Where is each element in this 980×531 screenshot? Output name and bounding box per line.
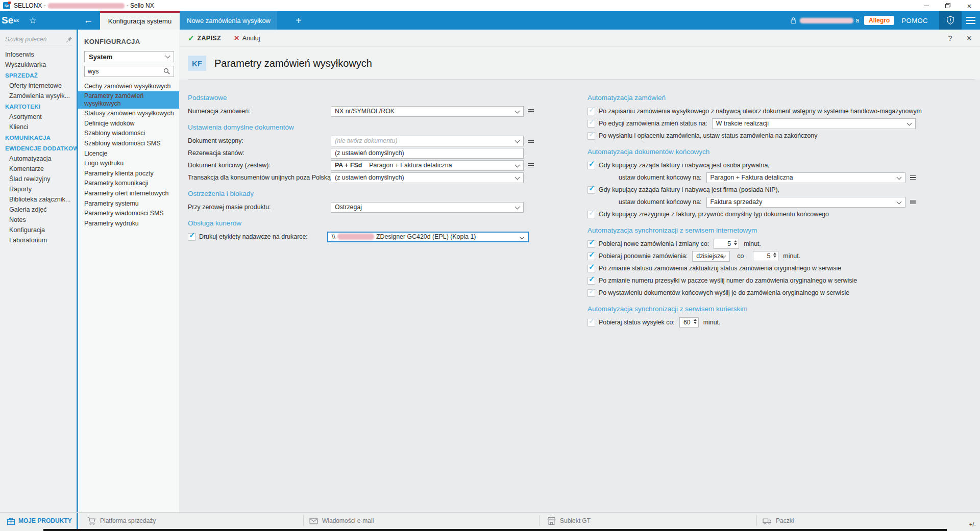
sidebar-header-kartoteki[interactable]: KARTOTEKI xyxy=(0,101,77,112)
change-status-on-edit-checkbox[interactable]: ✓ xyxy=(587,120,595,128)
order-numbering-dropdown[interactable]: NX nr/SYMBOL/ROK xyxy=(331,106,524,117)
sidebar-header-ewidencje-dodatkowe[interactable]: EWIDENCJE DODATKOW xyxy=(0,143,77,154)
field-menu-icon[interactable] xyxy=(528,109,534,114)
sidebar-item-konfiguracja[interactable]: Konfiguracja xyxy=(0,225,77,235)
field-menu-icon[interactable] xyxy=(528,163,534,168)
final-document-dropdown[interactable]: PA + FSd Paragon + Faktura detaliczna xyxy=(331,160,524,171)
config-item[interactable]: Szablony wiadomości SMS xyxy=(78,139,179,149)
restore-default-doc-checkbox[interactable]: ✓ xyxy=(587,211,595,218)
tab-konfiguracja-systemu[interactable]: Konfiguracja systemu xyxy=(100,11,180,30)
sidebar-header-sprzedaz[interactable]: SPRZEDAŻ xyxy=(0,70,77,81)
help-menu[interactable]: POMOC xyxy=(901,17,928,24)
shipment-status-interval-spinner[interactable]: 60 xyxy=(679,317,699,327)
config-item[interactable]: Szablony wiadomości xyxy=(78,129,179,139)
zero-mass-dropdown[interactable]: Ostrzegaj xyxy=(331,202,524,213)
fetch-interval-spinner[interactable]: 5 xyxy=(714,239,739,249)
restore-button[interactable] xyxy=(937,0,959,11)
field-menu-icon[interactable] xyxy=(528,139,534,143)
initial-document-dropdown[interactable]: (nie twórz dokumentu) xyxy=(331,136,524,146)
config-search-input[interactable]: wys xyxy=(84,66,174,77)
spinner-up-icon[interactable] xyxy=(694,319,697,321)
stock-reservation-dropdown[interactable]: (z ustawień domyślnych) xyxy=(331,148,524,159)
sidebar-item-komentarze[interactable]: Komentarze xyxy=(0,164,77,174)
sidebar-item-galeria-zdjec[interactable]: Galeria zdjęć xyxy=(0,205,77,215)
spinner-down-icon[interactable] xyxy=(694,322,697,324)
spinner-up-icon[interactable] xyxy=(734,240,737,242)
check-icon: ✓ xyxy=(189,231,195,240)
config-item[interactable]: Licencje xyxy=(78,148,179,159)
tab-nowe-zamowienia[interactable]: Nowe zamówienia wysyłkow xyxy=(180,11,277,30)
page-help-button[interactable]: ? xyxy=(948,34,952,42)
invoice-private-person-checkbox[interactable]: ✓ xyxy=(587,162,595,169)
company-final-doc-dropdown[interactable]: Faktura sprzedaży xyxy=(706,197,905,208)
printer-dropdown[interactable]: \\ ZDesigner GC420d (EPL) (Kopia 1) xyxy=(327,232,529,242)
config-item[interactable]: Parametry systemu xyxy=(78,198,179,209)
sello-logo[interactable]: SeNX xyxy=(0,11,20,30)
spinner-down-icon[interactable] xyxy=(773,256,776,258)
spinner-up-icon[interactable] xyxy=(773,252,776,255)
config-item[interactable]: Logo wydruku xyxy=(78,159,179,169)
update-status-checkbox[interactable]: ✓ xyxy=(587,265,595,272)
star-icon: ☆ xyxy=(29,15,36,26)
statusbar-paczki[interactable]: Paczki xyxy=(763,513,794,529)
config-item[interactable]: Statusy zamówień wysyłkowych xyxy=(78,109,179,119)
send-final-docs-checkbox[interactable]: ✓ xyxy=(587,289,595,297)
page-close-button[interactable]: × xyxy=(966,34,972,43)
sidebar-header-komunikacja[interactable]: KOMUNIKACJA xyxy=(0,132,77,143)
favorites-button[interactable]: ☆ xyxy=(21,11,44,30)
edit-status-dropdown[interactable]: W trakcie realizacji xyxy=(712,118,916,129)
my-products-button[interactable]: MOJE PRODUKTY xyxy=(0,513,78,529)
spinner-down-icon[interactable] xyxy=(734,243,737,245)
pin-icon[interactable] xyxy=(66,36,72,43)
print-labels-checkbox[interactable]: ✓ xyxy=(188,233,195,241)
command-search-input[interactable]: Szukaj poleceń xyxy=(5,36,72,45)
config-item[interactable]: Parametry wiadomości SMS xyxy=(78,209,179,219)
config-item-selected[interactable]: Parametry zamówień wysyłkowych xyxy=(78,91,179,109)
send-tracking-number-checkbox[interactable]: ✓ xyxy=(587,277,595,285)
back-button[interactable]: ← xyxy=(77,11,100,30)
sidebar-item-notes[interactable]: Notes xyxy=(0,215,77,225)
set-finished-status-checkbox[interactable]: ✓ xyxy=(587,132,595,140)
refetch-orders-checkbox[interactable]: ✓ xyxy=(587,252,595,260)
refetch-scope-dropdown[interactable]: dzisiejsze xyxy=(692,251,730,262)
cancel-button[interactable]: Anuluj xyxy=(242,35,260,42)
fetch-new-orders-checkbox[interactable]: ✓ xyxy=(587,240,595,248)
sidebar-item-wyszukiwarka[interactable]: Wyszukiwarka xyxy=(0,60,77,70)
sidebar-item-automatyzacja[interactable]: Automatyzacja xyxy=(0,154,77,164)
field-menu-icon[interactable] xyxy=(910,175,916,180)
field-menu-icon[interactable] xyxy=(910,200,916,205)
main-menu-button[interactable] xyxy=(962,11,980,30)
minimize-button[interactable] xyxy=(916,0,937,11)
sidebar-item-biblioteka-zalacznikow[interactable]: Biblioteka załącznik... xyxy=(0,194,77,205)
category-dropdown[interactable]: System xyxy=(84,51,174,62)
sidebar-item-laboratorium[interactable]: Laboratorium xyxy=(0,235,77,245)
refetch-interval-spinner[interactable]: 5 xyxy=(753,251,778,261)
fetch-shipment-status-checkbox[interactable]: ✓ xyxy=(587,319,595,326)
sidebar-item-oferty-internetowe[interactable]: Oferty internetowe xyxy=(0,81,77,91)
config-item[interactable]: Parametry klienta poczty xyxy=(78,168,179,179)
config-item[interactable]: Parametry komunikacji xyxy=(78,179,179,189)
auto-create-initial-doc-checkbox[interactable]: ✓ xyxy=(587,108,595,115)
sidebar-item-zamowienia-wysylkowe[interactable]: Zamówienia wysyłk... xyxy=(0,91,77,101)
eu-transaction-dropdown[interactable]: (z ustawień domyślnych) xyxy=(331,172,524,183)
config-item[interactable]: Cechy zamówień wysyłkowych xyxy=(78,81,179,91)
config-item[interactable]: Parametry wydruku xyxy=(78,218,179,229)
invoice-company-checkbox[interactable]: ✓ xyxy=(587,186,595,194)
config-item[interactable]: Definicje widoków xyxy=(78,118,179,129)
private-final-doc-dropdown[interactable]: Paragon + Faktura detaliczna xyxy=(706,172,905,183)
zoom-corner-control[interactable]: +/- xyxy=(969,521,976,527)
new-tab-button[interactable]: + xyxy=(288,11,309,30)
save-button[interactable]: ZAPISZ xyxy=(198,35,221,42)
sidebar-item-slad-rewizyjny[interactable]: Ślad rewizyjny xyxy=(0,174,77,184)
close-window-button[interactable]: × xyxy=(959,0,980,11)
allegro-badge[interactable]: Allegro xyxy=(864,16,894,25)
security-button[interactable] xyxy=(939,11,962,30)
sidebar-item-klienci[interactable]: Klienci xyxy=(0,122,77,132)
config-item[interactable]: Parametry ofert internetowych xyxy=(78,189,179,199)
sidebar-item-asortyment[interactable]: Asortyment xyxy=(0,112,77,122)
statusbar-subiekt-gt[interactable]: Subiekt GT xyxy=(547,513,591,529)
sidebar-item-raporty[interactable]: Raporty xyxy=(0,184,77,194)
statusbar-platforma-sprzedazy[interactable]: Platforma sprzedaży xyxy=(87,513,156,529)
statusbar-wiadomosci-email[interactable]: Wiadomości e-mail xyxy=(309,513,374,529)
sidebar-item-infoserwis[interactable]: Infoserwis xyxy=(0,49,77,60)
